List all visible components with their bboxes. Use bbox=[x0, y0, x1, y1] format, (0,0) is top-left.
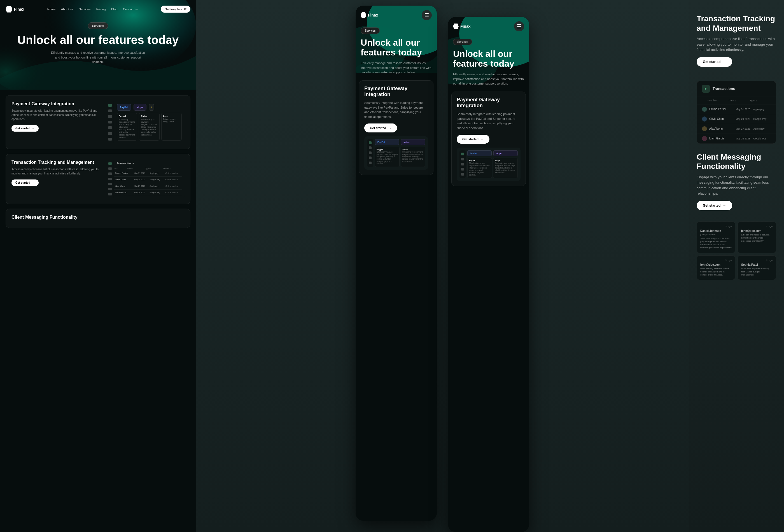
phone1-hero: Services Unlock all our features today E… bbox=[356, 25, 437, 75]
right-messaging-cta[interactable]: Get started → bbox=[697, 201, 732, 210]
msg-text-2: Efficient and reliable service. Simplifi… bbox=[741, 233, 773, 243]
phone1-paypal: PayPal bbox=[375, 139, 399, 145]
msg-sender-4: Sophia Patel bbox=[741, 263, 773, 266]
arrow-icon-right-msg: → bbox=[723, 203, 726, 207]
phone2-paypal-item: Paypal Effortlessly manage payments with… bbox=[467, 158, 492, 178]
msg-sender-1: Daniel Johnson bbox=[700, 229, 732, 232]
messages-grid: 5h ago Daniel Johnson john@doe.com Seaml… bbox=[697, 222, 776, 280]
msg-text-3: User-friendly interface. Helps us stay o… bbox=[700, 267, 732, 277]
card-text-messaging: Client Messaging Functionality bbox=[11, 215, 185, 222]
third-card: Le... Enha... open... integ... tool r... bbox=[161, 113, 182, 141]
phone2-hero-subtitle: Efficiently manage and resolve customer … bbox=[453, 72, 524, 86]
tx-header-icon: ▶ bbox=[702, 85, 710, 93]
get-template-button[interactable]: Get template ⟳ bbox=[161, 6, 190, 12]
phone1-stripe-item: Stripe Streamline your payment integrati… bbox=[401, 147, 425, 167]
transaction-tracking-card: Transaction Tracking and Management Acce… bbox=[6, 154, 190, 204]
tx-box-header: ▶ Transactions bbox=[697, 81, 776, 97]
msg-bubble-3: 5h ago john@doe.com User-friendly interf… bbox=[697, 255, 735, 280]
phone1-hero-subtitle: Efficiently manage and resolve customer … bbox=[361, 61, 432, 75]
app-container: Finax Home About us Services Pricing Blo… bbox=[0, 0, 784, 532]
desktop-preview: Finax Home About us Services Pricing Blo… bbox=[0, 0, 196, 532]
table-row: Olivia Chen May 29 2023 Google Pay bbox=[697, 114, 776, 124]
phone1-si-4 bbox=[369, 162, 371, 164]
payment-title: Payment Gateway Integration bbox=[11, 101, 102, 106]
msg-bubble-2: 5h ago john@doe.com Efficient and reliab… bbox=[737, 222, 776, 253]
phone2-sidebar bbox=[459, 150, 466, 178]
nav-about[interactable]: About us bbox=[61, 7, 73, 11]
hamburger-line-1 bbox=[425, 13, 429, 14]
msg-time-3: 5h ago bbox=[700, 259, 732, 261]
phone1-payment-content: PayPal stripe Paypal Effortlessly manage… bbox=[375, 139, 425, 167]
nav-contact[interactable]: Contact us bbox=[123, 7, 138, 11]
arrow-icon-phone1: → bbox=[388, 126, 391, 130]
phone2-si-3 bbox=[461, 168, 464, 170]
phone1-payment-card: Payment Gateway Integration Seamlessly i… bbox=[359, 80, 433, 175]
payment-cta-button[interactable]: Get started → bbox=[11, 125, 39, 132]
phone1-payment-cta[interactable]: Get started → bbox=[364, 123, 397, 133]
nav-pricing[interactable]: Pricing bbox=[96, 7, 106, 11]
stripe-card: Stripe Streamline your payment integrati… bbox=[139, 113, 159, 141]
card-text-transaction: Transaction Tracking and Management Acce… bbox=[11, 160, 102, 198]
logo-icon bbox=[6, 6, 12, 12]
phone2-payment-cta[interactable]: Get started → bbox=[457, 135, 489, 144]
sidebar-icon-11 bbox=[108, 188, 112, 190]
msg-sender-3: john@doe.com bbox=[700, 263, 732, 266]
tx-col-spacer bbox=[702, 99, 707, 102]
tx-columns: Member ↑ Date ↑ Type ↑ bbox=[697, 97, 776, 105]
payment-visual: PayPal stripe ⚡ Paypal Effortle bbox=[106, 101, 185, 143]
phone2-hamburger[interactable] bbox=[514, 21, 524, 31]
phone2-payment-card: Payment Gateway Integration Seamlessly i… bbox=[451, 91, 526, 186]
phone2-si-4 bbox=[461, 173, 464, 175]
avatar bbox=[702, 136, 707, 141]
msg-time-4: 5h ago bbox=[741, 259, 773, 261]
right-messaging-section: Client Messaging Functionality Engage wi… bbox=[697, 152, 776, 216]
phone2-sidebar-logo bbox=[461, 152, 464, 156]
sidebar-mock bbox=[106, 101, 114, 143]
phone2-services-badge: Services bbox=[453, 39, 472, 45]
msg-email-1: john@doe.com bbox=[700, 233, 732, 236]
phone2-hamburger-line-2 bbox=[517, 26, 521, 27]
msg-bubble-1: 5h ago Daniel Johnson john@doe.com Seaml… bbox=[697, 222, 735, 253]
sidebar-icon-10 bbox=[108, 183, 112, 185]
sidebar-icon-1 bbox=[108, 110, 112, 112]
phone1-services-badge: Services bbox=[361, 27, 380, 34]
hamburger-button[interactable] bbox=[422, 10, 432, 20]
phone2-payment-title: Payment Gateway Integration bbox=[457, 97, 521, 109]
nav-home[interactable]: Home bbox=[47, 7, 55, 11]
phone2-payment-visual: PayPal stripe Paypal Effortlessly manage… bbox=[457, 147, 521, 181]
table-row: Alex Wong May 27 2023 Apple pay Online p… bbox=[108, 183, 182, 190]
hero-subtitle: Efficiently manage and resolve customer … bbox=[50, 50, 146, 64]
table-row: Alex Wong May 27 2023 Apple pay bbox=[697, 124, 776, 134]
arrow-right-icon-2: → bbox=[32, 181, 35, 184]
sidebar-icon-3 bbox=[108, 121, 112, 123]
transaction-visual: Transactions Member ↑ Date ↑ Type ↑ Deta… bbox=[106, 160, 185, 198]
card-text-payment: Payment Gateway Integration Seamlessly i… bbox=[11, 101, 102, 143]
right-transaction-cta[interactable]: Get started → bbox=[697, 57, 732, 67]
phone2-si-1 bbox=[461, 158, 464, 161]
nav-services[interactable]: Services bbox=[79, 7, 90, 11]
avatar bbox=[702, 107, 707, 112]
sidebar-mock-2 bbox=[106, 160, 114, 198]
msg-bubble-4: 5h ago Sophia Patel Invaluable expense t… bbox=[737, 255, 776, 280]
arrow-icon-phone2: → bbox=[481, 138, 484, 141]
msg-text-4: Invaluable expense tracking feat Makes b… bbox=[741, 267, 773, 277]
phone2-hero: Services Unlock all our features today E… bbox=[448, 36, 529, 86]
phone1-si-2 bbox=[369, 151, 371, 154]
msg-text-1: Seamless integration with our payment ga… bbox=[700, 237, 732, 250]
transaction-cta-button[interactable]: Get started → bbox=[11, 179, 39, 186]
right-transaction-desc: Access a comprehensive list of transacti… bbox=[697, 36, 776, 53]
phone1-paypal-item: Paypal Effortlessly manage payments with… bbox=[375, 147, 399, 167]
phone2-payment-content: PayPal stripe Paypal Effortlessly manage… bbox=[467, 150, 518, 178]
arrow-right-icon: → bbox=[32, 127, 35, 130]
phone1-payment-desc: Seamlessly integrate with leading paymen… bbox=[364, 101, 428, 119]
payment-gateway-card: Payment Gateway Integration Seamlessly i… bbox=[6, 95, 190, 149]
phone1-payment-logos: PayPal stripe bbox=[375, 139, 425, 145]
third-provider: ⚡ bbox=[149, 104, 154, 111]
phone1-stripe: stripe bbox=[401, 139, 425, 145]
messaging-desc: Engage with your clients directly throug… bbox=[697, 174, 776, 196]
sidebar-icon-2 bbox=[108, 115, 112, 118]
transactions-box: ▶ Transactions Member ↑ Date ↑ Type ↑ Em… bbox=[697, 81, 776, 144]
sidebar-icon-7 bbox=[108, 167, 112, 170]
nav-blog[interactable]: Blog bbox=[111, 7, 117, 11]
sidebar-logo-2 bbox=[108, 162, 112, 165]
